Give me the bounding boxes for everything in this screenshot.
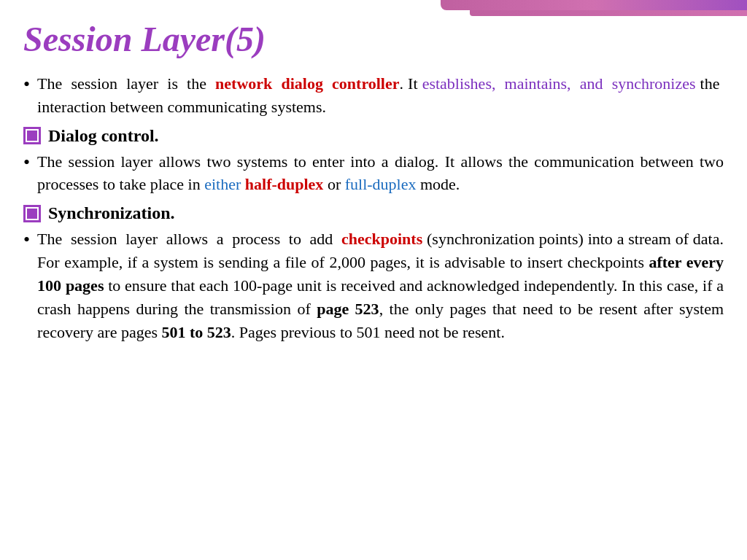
- page-title: Session Layer(5): [23, 20, 724, 59]
- bold-501-to-523: 501 to 523: [162, 323, 231, 341]
- bold-page-523: page 523: [317, 300, 379, 318]
- checkbox-icon-2: [23, 205, 41, 222]
- checkbox-label-dialog: Dialog control.: [48, 126, 159, 146]
- highlight-establishes: establishes, maintains, and synchronizes: [422, 74, 696, 93]
- checkbox-item-dialog: Dialog control.: [23, 126, 724, 146]
- highlight-full-duplex: full-duplex: [345, 175, 417, 193]
- checkbox-label-sync: Synchronization.: [48, 203, 175, 223]
- bullet-text-1: The session layer is the network dialog …: [37, 72, 724, 119]
- bold-after-every: after every 100 pages: [37, 253, 724, 295]
- bullet-dot-1: •: [23, 71, 30, 98]
- bullet-item-2: • The session layer allows two systems t…: [23, 150, 724, 197]
- checkbox-item-sync: Synchronization.: [23, 203, 724, 223]
- highlight-checkpoints: checkpoints: [341, 230, 422, 248]
- bullet-dot-3: •: [23, 226, 30, 254]
- main-content: Session Layer(5) • The session layer is …: [0, 0, 747, 363]
- bullet-text-3: The session layer allows a process to ad…: [37, 228, 724, 343]
- highlight-either: either: [204, 175, 241, 193]
- bullet-text-2: The session layer allows two systems to …: [37, 150, 724, 197]
- bullet-item-1: • The session layer is the network dialo…: [23, 72, 724, 119]
- highlight-network-dialog: network dialog controller: [215, 74, 399, 93]
- bullet-item-3: • The session layer allows a process to …: [23, 228, 724, 343]
- checkbox-icon-1: [23, 127, 41, 144]
- highlight-half-duplex: half-duplex: [245, 175, 324, 193]
- bullet-dot-2: •: [23, 149, 30, 176]
